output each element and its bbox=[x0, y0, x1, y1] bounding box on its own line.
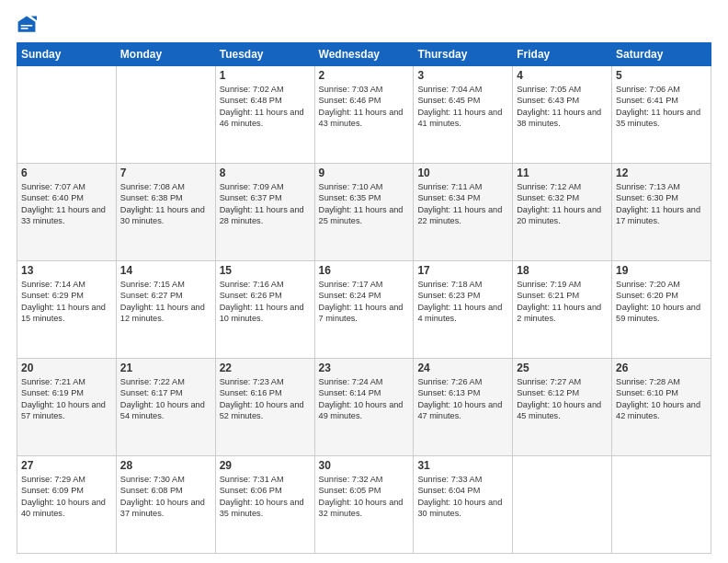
header bbox=[17, 15, 711, 35]
calendar-cell bbox=[612, 456, 711, 554]
day-number: 30 bbox=[319, 459, 410, 472]
day-content: Sunrise: 7:23 AM Sunset: 6:16 PM Dayligh… bbox=[220, 376, 311, 422]
calendar-cell: 15Sunrise: 7:16 AM Sunset: 6:26 PM Dayli… bbox=[215, 261, 314, 359]
logo bbox=[17, 15, 39, 35]
calendar-cell: 20Sunrise: 7:21 AM Sunset: 6:19 PM Dayli… bbox=[17, 359, 117, 456]
day-content: Sunrise: 7:22 AM Sunset: 6:17 PM Dayligh… bbox=[120, 376, 211, 422]
calendar-cell: 30Sunrise: 7:32 AM Sunset: 6:05 PM Dayli… bbox=[314, 456, 414, 554]
day-content: Sunrise: 7:20 AM Sunset: 6:20 PM Dayligh… bbox=[616, 279, 707, 325]
page: SundayMondayTuesdayWednesdayThursdayFrid… bbox=[0, 0, 728, 563]
calendar-table: SundayMondayTuesdayWednesdayThursdayFrid… bbox=[17, 42, 711, 554]
weekday-header-row: SundayMondayTuesdayWednesdayThursdayFrid… bbox=[17, 43, 711, 66]
day-number: 15 bbox=[220, 264, 311, 277]
day-content: Sunrise: 7:10 AM Sunset: 6:35 PM Dayligh… bbox=[319, 181, 410, 227]
week-row-4: 20Sunrise: 7:21 AM Sunset: 6:19 PM Dayli… bbox=[17, 359, 711, 456]
weekday-sunday: Sunday bbox=[17, 43, 117, 66]
day-number: 8 bbox=[220, 167, 311, 179]
day-number: 5 bbox=[616, 69, 707, 82]
calendar-cell bbox=[513, 456, 612, 554]
calendar-cell: 27Sunrise: 7:29 AM Sunset: 6:09 PM Dayli… bbox=[17, 456, 117, 554]
calendar-cell: 29Sunrise: 7:31 AM Sunset: 6:06 PM Dayli… bbox=[215, 456, 314, 554]
day-content: Sunrise: 7:32 AM Sunset: 6:05 PM Dayligh… bbox=[319, 474, 410, 520]
day-number: 29 bbox=[220, 459, 311, 472]
calendar-cell: 7Sunrise: 7:08 AM Sunset: 6:38 PM Daylig… bbox=[116, 164, 215, 261]
calendar-cell: 3Sunrise: 7:04 AM Sunset: 6:45 PM Daylig… bbox=[414, 66, 513, 164]
day-content: Sunrise: 7:11 AM Sunset: 6:34 PM Dayligh… bbox=[417, 181, 508, 227]
calendar-cell: 28Sunrise: 7:30 AM Sunset: 6:08 PM Dayli… bbox=[116, 456, 215, 554]
calendar-cell bbox=[17, 66, 117, 164]
calendar-cell: 22Sunrise: 7:23 AM Sunset: 6:16 PM Dayli… bbox=[215, 359, 314, 456]
week-row-2: 6Sunrise: 7:07 AM Sunset: 6:40 PM Daylig… bbox=[17, 164, 711, 261]
calendar-cell: 26Sunrise: 7:28 AM Sunset: 6:10 PM Dayli… bbox=[612, 359, 711, 456]
calendar-cell: 24Sunrise: 7:26 AM Sunset: 6:13 PM Dayli… bbox=[414, 359, 513, 456]
svg-rect-3 bbox=[21, 28, 28, 29]
day-content: Sunrise: 7:02 AM Sunset: 6:48 PM Dayligh… bbox=[220, 84, 311, 130]
day-number: 23 bbox=[319, 362, 410, 374]
day-content: Sunrise: 7:31 AM Sunset: 6:06 PM Dayligh… bbox=[220, 474, 311, 520]
calendar-cell: 21Sunrise: 7:22 AM Sunset: 6:17 PM Dayli… bbox=[116, 359, 215, 456]
calendar-cell: 9Sunrise: 7:10 AM Sunset: 6:35 PM Daylig… bbox=[314, 164, 414, 261]
day-number: 2 bbox=[319, 69, 410, 82]
day-number: 25 bbox=[517, 362, 608, 374]
day-content: Sunrise: 7:14 AM Sunset: 6:29 PM Dayligh… bbox=[21, 279, 112, 325]
day-content: Sunrise: 7:12 AM Sunset: 6:32 PM Dayligh… bbox=[517, 181, 608, 227]
day-number: 17 bbox=[417, 264, 508, 277]
weekday-wednesday: Wednesday bbox=[314, 43, 414, 66]
day-number: 20 bbox=[21, 362, 112, 374]
day-number: 18 bbox=[517, 264, 608, 277]
calendar-cell: 14Sunrise: 7:15 AM Sunset: 6:27 PM Dayli… bbox=[116, 261, 215, 359]
calendar-cell: 25Sunrise: 7:27 AM Sunset: 6:12 PM Dayli… bbox=[513, 359, 612, 456]
day-content: Sunrise: 7:30 AM Sunset: 6:08 PM Dayligh… bbox=[120, 474, 211, 520]
calendar-cell: 4Sunrise: 7:05 AM Sunset: 6:43 PM Daylig… bbox=[513, 66, 612, 164]
calendar-cell: 17Sunrise: 7:18 AM Sunset: 6:23 PM Dayli… bbox=[414, 261, 513, 359]
day-number: 24 bbox=[417, 362, 508, 374]
day-content: Sunrise: 7:33 AM Sunset: 6:04 PM Dayligh… bbox=[417, 474, 508, 520]
day-content: Sunrise: 7:04 AM Sunset: 6:45 PM Dayligh… bbox=[417, 84, 508, 130]
day-number: 14 bbox=[120, 264, 211, 277]
day-number: 22 bbox=[220, 362, 311, 374]
week-row-1: 1Sunrise: 7:02 AM Sunset: 6:48 PM Daylig… bbox=[17, 66, 711, 164]
day-number: 13 bbox=[21, 264, 112, 277]
day-content: Sunrise: 7:03 AM Sunset: 6:46 PM Dayligh… bbox=[319, 84, 410, 130]
day-number: 11 bbox=[517, 167, 608, 179]
calendar-cell: 1Sunrise: 7:02 AM Sunset: 6:48 PM Daylig… bbox=[215, 66, 314, 164]
day-content: Sunrise: 7:29 AM Sunset: 6:09 PM Dayligh… bbox=[21, 474, 112, 520]
day-number: 26 bbox=[616, 362, 707, 374]
day-content: Sunrise: 7:17 AM Sunset: 6:24 PM Dayligh… bbox=[319, 279, 410, 325]
week-row-5: 27Sunrise: 7:29 AM Sunset: 6:09 PM Dayli… bbox=[17, 456, 711, 554]
weekday-friday: Friday bbox=[513, 43, 612, 66]
day-content: Sunrise: 7:07 AM Sunset: 6:40 PM Dayligh… bbox=[21, 181, 112, 227]
calendar-cell: 23Sunrise: 7:24 AM Sunset: 6:14 PM Dayli… bbox=[314, 359, 414, 456]
calendar-cell: 16Sunrise: 7:17 AM Sunset: 6:24 PM Dayli… bbox=[314, 261, 414, 359]
calendar-cell: 31Sunrise: 7:33 AM Sunset: 6:04 PM Dayli… bbox=[414, 456, 513, 554]
day-number: 21 bbox=[120, 362, 211, 374]
day-number: 12 bbox=[616, 167, 707, 179]
calendar-cell: 11Sunrise: 7:12 AM Sunset: 6:32 PM Dayli… bbox=[513, 164, 612, 261]
day-number: 10 bbox=[417, 167, 508, 179]
day-number: 31 bbox=[417, 459, 508, 472]
day-content: Sunrise: 7:27 AM Sunset: 6:12 PM Dayligh… bbox=[517, 376, 608, 422]
day-content: Sunrise: 7:26 AM Sunset: 6:13 PM Dayligh… bbox=[417, 376, 508, 422]
day-content: Sunrise: 7:16 AM Sunset: 6:26 PM Dayligh… bbox=[220, 279, 311, 325]
day-number: 9 bbox=[319, 167, 410, 179]
day-number: 28 bbox=[120, 459, 211, 472]
day-content: Sunrise: 7:21 AM Sunset: 6:19 PM Dayligh… bbox=[21, 376, 112, 422]
calendar-cell: 5Sunrise: 7:06 AM Sunset: 6:41 PM Daylig… bbox=[612, 66, 711, 164]
weekday-saturday: Saturday bbox=[612, 43, 711, 66]
calendar-cell: 2Sunrise: 7:03 AM Sunset: 6:46 PM Daylig… bbox=[314, 66, 414, 164]
calendar-cell: 19Sunrise: 7:20 AM Sunset: 6:20 PM Dayli… bbox=[612, 261, 711, 359]
svg-marker-0 bbox=[18, 17, 36, 32]
weekday-monday: Monday bbox=[116, 43, 215, 66]
weekday-thursday: Thursday bbox=[414, 43, 513, 66]
day-content: Sunrise: 7:24 AM Sunset: 6:14 PM Dayligh… bbox=[319, 376, 410, 422]
day-content: Sunrise: 7:09 AM Sunset: 6:37 PM Dayligh… bbox=[220, 181, 311, 227]
calendar-cell: 10Sunrise: 7:11 AM Sunset: 6:34 PM Dayli… bbox=[414, 164, 513, 261]
day-number: 27 bbox=[21, 459, 112, 472]
day-number: 7 bbox=[120, 167, 211, 179]
day-content: Sunrise: 7:15 AM Sunset: 6:27 PM Dayligh… bbox=[120, 279, 211, 325]
weekday-tuesday: Tuesday bbox=[215, 43, 314, 66]
calendar-cell: 12Sunrise: 7:13 AM Sunset: 6:30 PM Dayli… bbox=[612, 164, 711, 261]
calendar-cell: 18Sunrise: 7:19 AM Sunset: 6:21 PM Dayli… bbox=[513, 261, 612, 359]
day-content: Sunrise: 7:13 AM Sunset: 6:30 PM Dayligh… bbox=[616, 181, 707, 227]
calendar-cell bbox=[116, 66, 215, 164]
